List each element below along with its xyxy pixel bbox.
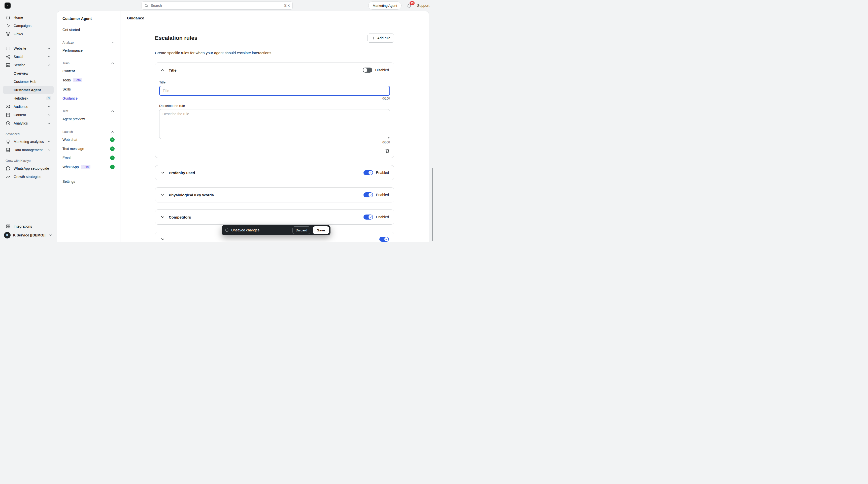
rule-state-label: Enabled [376, 215, 389, 219]
page-header-title: Guidance [127, 16, 144, 20]
subnav-section-launch[interactable]: Launch [62, 129, 115, 135]
trending-up-icon [5, 174, 10, 179]
rule-state-label: Enabled [376, 171, 389, 175]
chevron-down-icon [47, 55, 51, 59]
scrollbar-thumb[interactable] [432, 168, 433, 241]
subnav-agent-preview[interactable]: Agent preview [62, 114, 115, 123]
chevron-down-icon [47, 140, 51, 144]
save-button[interactable]: Save [313, 226, 329, 234]
sidebar-item-data-management[interactable]: Data management [3, 146, 54, 154]
rule-title-input[interactable] [159, 86, 390, 96]
sidebar-item-audience[interactable]: Audience [3, 102, 54, 111]
subnav-section-train[interactable]: Train [62, 60, 115, 66]
subnav-email[interactable]: Email [62, 153, 115, 162]
search-input[interactable] [150, 3, 282, 8]
helpdesk-count-badge: 3 [46, 96, 51, 100]
search-icon [144, 3, 148, 7]
chevron-down-icon [47, 105, 51, 109]
sidebar-item-marketing-analytics[interactable]: Marketing analytics [3, 137, 54, 146]
rule-state-label: Disabled [375, 68, 389, 72]
subnav-whatsapp[interactable]: WhatsApp Beta [62, 162, 115, 171]
main-content: Guidance Escalation rules Add rule Creat… [120, 11, 429, 242]
scroll-area[interactable]: Escalation rules Add rule Create specifi… [120, 25, 429, 242]
subnav-get-started[interactable]: Get started [62, 25, 115, 34]
check-circle-icon [110, 137, 115, 142]
sidebar-item-customer-hub[interactable]: Customer Hub [3, 77, 54, 86]
customer-agent-sidebar: Customer Agent Get started Analyze Perfo… [57, 11, 120, 242]
beta-badge: Beta [81, 165, 91, 169]
rule-enabled-toggle[interactable] [364, 192, 373, 197]
rule-enabled-toggle[interactable] [364, 170, 373, 175]
main-sidebar: Home Campaigns Flows Website Social Serv… [0, 11, 57, 242]
check-circle-icon [110, 165, 115, 169]
subnav-section-test[interactable]: Test [62, 108, 115, 114]
topbar: ⌘ K Marketing Agent 23 Support [0, 0, 434, 11]
plus-icon [371, 36, 375, 40]
sidebar-item-whatsapp-setup[interactable]: WhatsApp setup guide [3, 164, 54, 172]
subnav-guidance[interactable]: Guidance [62, 94, 115, 103]
notifications-bell[interactable]: 23 [407, 3, 412, 8]
subnav-text-message[interactable]: Text message [62, 144, 115, 153]
collapse-chevron-down-icon[interactable] [160, 170, 165, 175]
subnav-skills[interactable]: Skills [62, 85, 115, 94]
rule-enabled-toggle[interactable] [363, 67, 372, 73]
collapse-chevron-up-icon[interactable] [160, 67, 165, 73]
rule-card-physiological: Physiological Key Words Enabled [155, 187, 394, 202]
discard-button[interactable]: Discard [292, 226, 311, 234]
describe-field-label: Describe the rule [159, 104, 390, 108]
add-rule-button[interactable]: Add rule [368, 33, 394, 42]
sidebar-item-overview[interactable]: Overview [3, 69, 54, 77]
marketing-agent-button[interactable]: Marketing Agent [368, 1, 402, 9]
rule-title: Competitors [169, 215, 191, 219]
collapse-chevron-down-icon[interactable] [160, 215, 165, 220]
lightbulb-icon [5, 139, 10, 144]
describe-char-counter: 0/500 [159, 141, 390, 144]
toast-message: Unsaved changes [231, 228, 290, 232]
subnav-tools[interactable]: Tools Beta [62, 76, 115, 85]
sidebar-item-website[interactable]: Website [3, 44, 54, 52]
account-switcher[interactable]: K K Service [[DEMO]] [3, 230, 54, 238]
content-panel: Customer Agent Get started Analyze Perfo… [57, 11, 429, 242]
sidebar-item-flows[interactable]: Flows [3, 30, 54, 38]
delete-rule-icon[interactable] [385, 148, 390, 153]
sidebar-item-growth-strategies[interactable]: Growth strategies [3, 172, 54, 181]
sidebar-item-analytics[interactable]: Analytics [3, 119, 54, 127]
sidebar-item-social[interactable]: Social [3, 52, 54, 61]
grid-icon [5, 224, 10, 229]
support-link[interactable]: Support [417, 3, 430, 7]
rule-card-profanity: Profanity used Enabled [155, 165, 394, 180]
chevron-down-icon [47, 47, 51, 50]
rule-description-textarea[interactable] [159, 109, 390, 139]
subnav-section-analyze[interactable]: Analyze [62, 39, 115, 46]
subnav-content[interactable]: Content [62, 66, 115, 76]
collapse-chevron-down-icon[interactable] [160, 192, 165, 197]
sidebar-item-campaigns[interactable]: Campaigns [3, 22, 54, 30]
rule-enabled-toggle[interactable] [364, 215, 373, 220]
analytics-icon [5, 121, 10, 126]
check-circle-icon [110, 155, 115, 160]
subnav-web-chat[interactable]: Web chat [62, 135, 115, 144]
collapse-chevron-down-icon[interactable] [160, 237, 165, 242]
chevron-down-icon [47, 121, 51, 125]
sidebar-item-helpdesk[interactable]: Helpdesk 3 [3, 94, 54, 102]
chevron-up-icon [111, 61, 115, 65]
klaviyo-logo[interactable] [4, 2, 10, 8]
chevron-down-icon [47, 113, 51, 117]
sidebar-item-customer-agent[interactable]: Customer Agent [3, 86, 54, 94]
rule-title: Profanity used [169, 171, 195, 175]
chevron-up-icon [111, 40, 115, 45]
subnav-performance[interactable]: Performance [62, 46, 115, 55]
sidebar-item-home[interactable]: Home [3, 13, 54, 22]
campaigns-icon [5, 23, 10, 28]
sidebar-item-content[interactable]: Content [3, 111, 54, 119]
account-avatar: K [4, 232, 10, 238]
rule-card-competitors: Competitors Enabled [155, 209, 394, 225]
social-icon [5, 54, 10, 59]
chevron-up-icon [111, 109, 115, 113]
sidebar-item-service[interactable]: Service [3, 61, 54, 69]
rule-enabled-toggle[interactable] [379, 237, 389, 242]
subnav-settings[interactable]: Settings [62, 177, 115, 186]
rule-title: Title [169, 68, 177, 73]
sidebar-item-integrations[interactable]: Integrations [3, 222, 54, 230]
global-search[interactable]: ⌘ K [142, 1, 293, 9]
